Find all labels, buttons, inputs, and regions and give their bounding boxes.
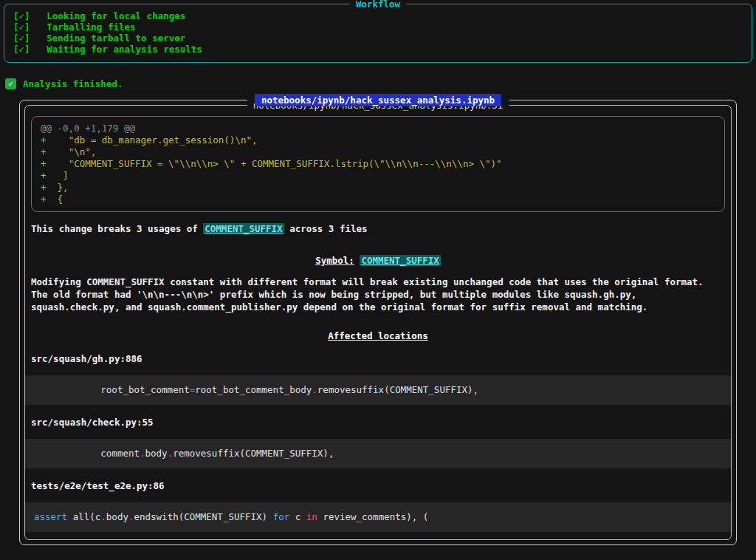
checkbox-checked-icon: [✓] [13,21,30,33]
symbol-heading-label: Symbol: [315,255,354,266]
workflow-step-label: Tarballing files [47,21,135,33]
diff-added-line: + ] [41,170,715,182]
diff-added-line: + }, [41,182,715,194]
location-file-label: tests/e2e/test_e2e.py:86 [31,480,725,491]
impact-summary-suffix: across 3 files [284,223,368,234]
location-file-label: src/squash/gh.py:886 [31,353,725,364]
symbol-heading: Symbol:COMMENT_SUFFIX [31,255,725,266]
code-snippet: comment.body.removesuffix(COMMENT_SUFFIX… [25,439,731,468]
location-file-label: src/squash/check.py:55 [31,417,725,428]
impact-description: Modifying COMMENT_SUFFIX constant with d… [31,276,725,313]
checkbox-checked-icon: [✓] [13,44,30,55]
diff-added-line: + "\n", [41,146,715,158]
checkbox-checked-icon: [✓] [13,33,30,44]
workflow-step: [✓]Sending tarball to server [13,33,743,44]
affected-locations-heading: Affected locations [31,330,725,341]
analysis-report-panel: notebooks/ipynb/hack_sussex_analysis.ipy… [19,100,737,545]
checkbox-checked-icon: [✓] [13,10,30,21]
notebook-file-title-tab: notebooks/ipynb/hack_sussex_analysis.ipy… [255,94,501,106]
status-text: Analysis finished. [23,78,123,89]
diff-added-line: + { [41,194,715,205]
workflow-step-label: Waiting for analysis results [47,44,202,55]
impact-summary-prefix: This change breaks 3 usages of [31,223,203,234]
diff-snippet: @@ -0,0 +1,179 @@ + "db = db_manager.get… [31,116,725,212]
terminal-screen: { "colors": { "background": "#141414", "… [0,0,756,560]
diff-added-line: + "COMMENT_SUFFIX = \"\\n\\n> \" + COMME… [41,158,715,170]
code-snippet: assert all(c.body.endswith(COMMENT_SUFFI… [25,502,731,532]
success-check-icon: ✓ [5,78,16,89]
workflow-step-label: Looking for local changes [47,10,185,21]
workflow-panel-title: Workflow [350,0,406,10]
symbol-highlight: COMMENT_SUFFIX [360,255,440,266]
workflow-step-label: Sending tarball to server [47,33,185,44]
status-line: ✓ Analysis finished. [5,78,751,89]
code-snippet: root_bot_comment=root_bot_comment_body.r… [25,375,731,405]
workflow-step: [✓]Tarballing files [13,21,743,33]
workflow-step: [✓]Looking for local changes [13,10,743,21]
workflow-step: [✓]Waiting for analysis results [13,44,743,55]
diff-added-line: + "db = db_manager.get_session()\n", [41,134,715,146]
symbol-highlight: COMMENT_SUFFIX [203,223,284,234]
workflow-panel: Workflow [✓]Looking for local changes [✓… [4,4,752,63]
impact-summary: This change breaks 3 usages of COMMENT_S… [31,223,725,234]
diff-hunk-header: @@ -0,0 +1,179 @@ [41,123,715,134]
location-panel: notebooks/ipynb/hack_sussex_analysis.ipy… [24,105,732,540]
